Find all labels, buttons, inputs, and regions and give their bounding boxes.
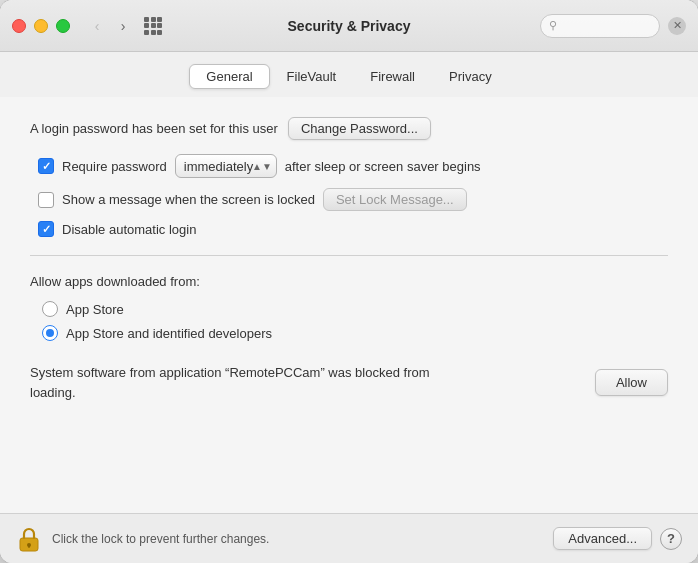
change-password-button[interactable]: Change Password... <box>288 117 431 140</box>
advanced-button[interactable]: Advanced... <box>553 527 652 550</box>
grid-icon <box>144 17 162 35</box>
set-lock-message-button[interactable]: Set Lock Message... <box>323 188 467 211</box>
minimize-button[interactable] <box>34 19 48 33</box>
footer: Click the lock to prevent further change… <box>0 513 698 563</box>
radio-appstore[interactable]: App Store <box>42 301 668 317</box>
radio-appstore-button[interactable] <box>42 301 58 317</box>
require-password-row: Require password immediately 5 seconds 1… <box>38 154 668 178</box>
search-box[interactable]: ⚲ <box>540 14 660 38</box>
close-button[interactable] <box>12 19 26 33</box>
tab-filevault[interactable]: FileVault <box>270 64 354 89</box>
blocked-text: System software from application “Remote… <box>30 363 460 402</box>
lock-icon <box>18 525 40 553</box>
options-list: Require password immediately 5 seconds 1… <box>30 154 668 237</box>
window-title: Security & Privacy <box>288 18 411 34</box>
tab-firewall[interactable]: Firewall <box>353 64 432 89</box>
disable-autologin-checkbox[interactable] <box>38 221 54 237</box>
radio-appstore-label: App Store <box>66 302 124 317</box>
disable-autologin-row: Disable automatic login <box>38 221 668 237</box>
download-section: Allow apps downloaded from: App Store Ap… <box>30 274 668 341</box>
tab-general[interactable]: General <box>189 64 269 89</box>
content-area: A login password has been set for this u… <box>0 97 698 513</box>
main-window: ‹ › Security & Privacy ⚲ ✕ General FileV… <box>0 0 698 563</box>
tab-privacy[interactable]: Privacy <box>432 64 509 89</box>
show-message-row: Show a message when the screen is locked… <box>38 188 668 211</box>
login-password-label: A login password has been set for this u… <box>30 121 278 136</box>
section-divider <box>30 255 668 256</box>
back-button[interactable]: ‹ <box>86 15 108 37</box>
radio-identified-button[interactable] <box>42 325 58 341</box>
require-password-label: Require password <box>62 159 167 174</box>
search-icon: ⚲ <box>549 19 557 32</box>
blocked-section: System software from application “Remote… <box>30 353 668 412</box>
show-message-label: Show a message when the screen is locked <box>62 192 315 207</box>
help-button[interactable]: ? <box>660 528 682 550</box>
radio-appstore-identified[interactable]: App Store and identified developers <box>42 325 668 341</box>
footer-lock-text: Click the lock to prevent further change… <box>52 532 543 546</box>
tabs-bar: General FileVault Firewall Privacy <box>0 52 698 97</box>
titlebar-close-x[interactable]: ✕ <box>668 17 686 35</box>
radio-identified-label: App Store and identified developers <box>66 326 272 341</box>
maximize-button[interactable] <box>56 19 70 33</box>
after-sleep-label: after sleep or screen saver begins <box>285 159 481 174</box>
disable-autologin-label: Disable automatic login <box>62 222 196 237</box>
download-section-title: Allow apps downloaded from: <box>30 274 668 289</box>
forward-button[interactable]: › <box>112 15 134 37</box>
show-message-checkbox[interactable] <box>38 192 54 208</box>
svg-rect-2 <box>28 545 30 548</box>
titlebar: ‹ › Security & Privacy ⚲ ✕ <box>0 0 698 52</box>
nav-buttons: ‹ › <box>86 15 134 37</box>
grid-button[interactable] <box>142 15 164 37</box>
lock-button[interactable] <box>16 524 42 554</box>
immediately-dropdown-wrapper: immediately 5 seconds 1 minute 5 minutes… <box>175 154 277 178</box>
traffic-lights <box>12 19 70 33</box>
immediately-dropdown[interactable]: immediately 5 seconds 1 minute 5 minutes <box>175 154 277 178</box>
allow-button[interactable]: Allow <box>595 369 668 396</box>
require-password-checkbox[interactable] <box>38 158 54 174</box>
radio-group: App Store App Store and identified devel… <box>30 301 668 341</box>
footer-right: Advanced... ? <box>553 527 682 550</box>
titlebar-right: ⚲ ✕ <box>540 14 686 38</box>
login-password-section: A login password has been set for this u… <box>30 117 668 140</box>
